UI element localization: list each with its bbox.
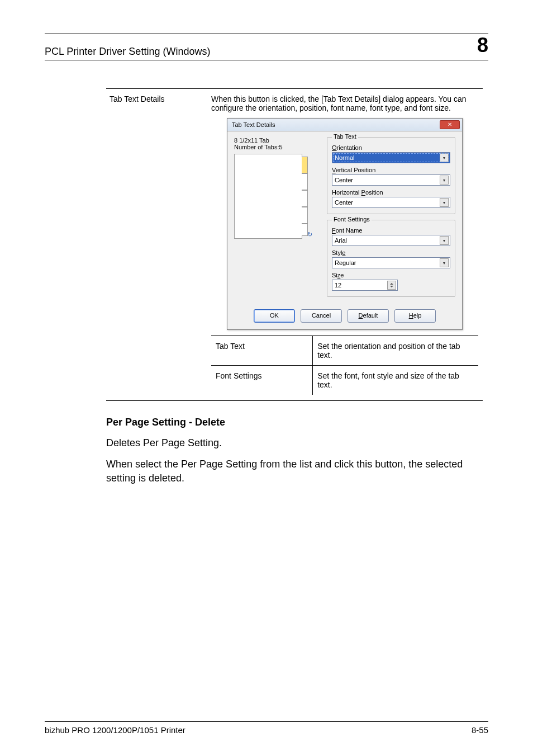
cell-desc: Set the font, font style and size of the… — [313, 366, 478, 395]
dialog-titlebar: Tab Text Details ✕ — [227, 119, 462, 131]
dialog-title: Tab Text Details — [232, 121, 275, 128]
product-name: bizhub PRO 1200/1200P/1051 Printer — [45, 725, 185, 735]
default-button[interactable]: Default — [348, 309, 389, 323]
group-legend: Font Settings — [332, 216, 372, 223]
help-button[interactable]: Help — [394, 309, 436, 323]
group-legend: Tab Text — [332, 133, 358, 140]
tab-text-group: Tab Text Orientation Normal ▾ Vertical P… — [327, 137, 455, 214]
page-section-title: PCL Printer Driver Setting (Windows) — [45, 46, 210, 58]
page-preview — [234, 154, 302, 239]
spinner-icon[interactable] — [387, 281, 396, 290]
font-name-label: Font Name — [332, 227, 450, 234]
cancel-button[interactable]: Cancel — [301, 309, 342, 323]
table-row: Font Settings Set the font, font style a… — [211, 366, 478, 395]
tab-text-details-table: Tab Text Details When this button is cli… — [106, 88, 483, 401]
ok-button[interactable]: OK — [254, 309, 295, 323]
cell-desc: Set the orientation and position of the … — [313, 336, 478, 366]
chevron-down-icon: ▾ — [440, 258, 449, 267]
font-size-spinner[interactable]: 12 — [332, 280, 398, 291]
vpos-label: Vertical Position — [332, 167, 450, 173]
section-heading: Per Page Setting - Delete — [106, 417, 488, 428]
hpos-label: Horizontal Position — [332, 189, 450, 196]
page-number: 8-55 — [472, 725, 488, 735]
row-description: When this button is clicked, the [Tab Te… — [211, 94, 478, 112]
font-style-label: Style — [332, 249, 450, 256]
body-paragraph: When select the Per Page Setting from th… — [106, 457, 483, 485]
font-settings-group: Font Settings Font Name Arial ▾ Style Re… — [327, 220, 455, 297]
font-style-combo[interactable]: Regular ▾ — [332, 257, 450, 268]
orientation-label: Orientation — [332, 144, 450, 151]
paper-size-label: 8 1/2x11 Tab — [234, 137, 318, 144]
chevron-down-icon: ▾ — [440, 176, 449, 185]
font-name-combo[interactable]: Arial ▾ — [332, 235, 450, 246]
body-paragraph: Deletes Per Page Setting. — [106, 436, 483, 450]
tab-count-label: Number of Tabs:5 — [234, 144, 318, 150]
inner-settings-table: Tab Text Set the orientation and positio… — [211, 336, 478, 395]
font-size-label: Size — [332, 272, 450, 278]
table-row: Tab Text Set the orientation and positio… — [211, 336, 478, 366]
cell-label: Font Settings — [211, 366, 313, 395]
tab-text-details-dialog: Tab Text Details ✕ 8 1/2x11 Tab Number o… — [227, 118, 463, 330]
vpos-combo[interactable]: Center ▾ — [332, 174, 450, 186]
cell-label: Tab Text — [211, 336, 313, 366]
chevron-down-icon: ▾ — [440, 153, 449, 162]
row-label: Tab Text Details — [106, 89, 207, 400]
orientation-combo[interactable]: Normal ▾ — [332, 152, 450, 163]
chevron-down-icon: ▾ — [440, 236, 449, 245]
chevron-down-icon: ▾ — [440, 198, 449, 207]
chapter-number: 8 — [477, 35, 488, 55]
close-icon[interactable]: ✕ — [440, 120, 460, 129]
hpos-combo[interactable]: Center ▾ — [332, 197, 450, 208]
